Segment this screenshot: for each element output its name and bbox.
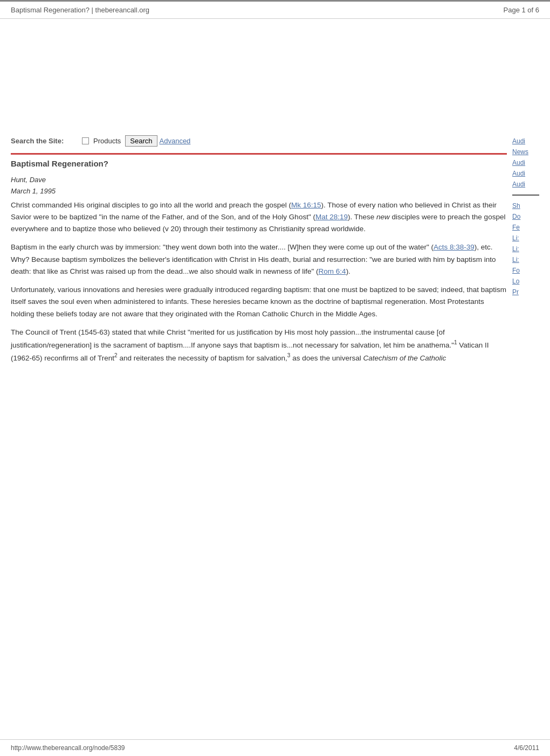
- page-header: Baptismal Regeneration? | thebereancall.…: [0, 2, 550, 19]
- sidebar-link-do[interactable]: Do: [512, 213, 538, 220]
- search-controls: Products Search Advanced: [82, 135, 190, 147]
- article-author: Hunt, Dave: [11, 176, 46, 184]
- link-rom-6-4[interactable]: Rom 6:4: [319, 267, 346, 275]
- search-section: Search the Site: Products Search Advance…: [11, 127, 507, 153]
- right-sidebar: Audi News Audi Audi Audi Sh Do Fe Li: Li…: [512, 127, 539, 371]
- products-checkbox[interactable]: [82, 137, 89, 144]
- article-title: Baptismal Regeneration?: [11, 159, 507, 168]
- link-mk-16-15[interactable]: Mk 16:15: [291, 201, 321, 209]
- page-title: Baptismal Regeneration? | thebereancall.…: [11, 6, 149, 14]
- article-body: Christ commanded His original disciples …: [11, 199, 507, 364]
- search-site-label: Search the Site:: [11, 137, 75, 145]
- top-spacer: [0, 19, 550, 127]
- page-info: Page 1 of 6: [504, 6, 540, 14]
- sidebar-divider-1: [512, 195, 539, 196]
- footer-url: http://www.thebereancall.org/node/5839: [11, 744, 125, 752]
- article-header: Baptismal Regeneration?: [11, 153, 507, 170]
- sidebar-link-news[interactable]: News: [512, 148, 538, 156]
- link-mat-28-19[interactable]: Mat 28:19: [315, 213, 348, 221]
- paragraph-1: Christ commanded His original disciples …: [11, 199, 507, 235]
- center-content: Search the Site: Products Search Advance…: [11, 127, 512, 371]
- paragraph-2: Baptism in the early church was by immer…: [11, 241, 507, 278]
- sidebar-link-sh[interactable]: Sh: [512, 202, 538, 210]
- sidebar-link-audio-2[interactable]: Audi: [512, 159, 538, 167]
- article-date: March 1, 1995: [11, 187, 56, 195]
- paragraph-3: Unfortunately, various innovations and h…: [11, 284, 507, 320]
- link-acts-8-38-39[interactable]: Acts 8:38-39: [434, 243, 475, 251]
- search-button[interactable]: Search: [125, 135, 157, 147]
- article-meta: Hunt, Dave March 1, 1995: [11, 175, 507, 197]
- sidebar-link-li-1[interactable]: Li:: [512, 234, 538, 242]
- sidebar-link-li-3[interactable]: Li:: [512, 256, 538, 263]
- sidebar-link-pr[interactable]: Pr: [512, 288, 538, 296]
- footnote-2: 2: [114, 352, 118, 358]
- footnote-1: 1: [454, 339, 457, 345]
- advanced-search-link[interactable]: Advanced: [160, 137, 191, 145]
- page-footer: http://www.thebereancall.org/node/5839 4…: [0, 739, 550, 756]
- sidebar-link-li-2[interactable]: Li:: [512, 245, 538, 253]
- paragraph-4: The Council of Trent (1545-63) stated th…: [11, 327, 507, 364]
- footer-date: 4/6/2011: [514, 744, 539, 752]
- sidebar-link-audio-4[interactable]: Audi: [512, 181, 538, 188]
- sidebar-link-audio-1[interactable]: Audi: [512, 137, 538, 145]
- sidebar-top-links: Audi News Audi Audi Audi: [512, 137, 539, 188]
- main-content: Search the Site: Products Search Advance…: [0, 127, 550, 371]
- sidebar-bottom-links: Sh Do Fe Li: Li: Li: Fo Lo Pr: [512, 202, 539, 296]
- products-label: Products: [93, 137, 121, 145]
- sidebar-link-fe[interactable]: Fe: [512, 224, 538, 231]
- footnote-3: 3: [287, 352, 291, 358]
- sidebar-link-fo[interactable]: Fo: [512, 267, 538, 274]
- sidebar-link-lo[interactable]: Lo: [512, 278, 538, 285]
- sidebar-link-audio-3[interactable]: Audi: [512, 170, 538, 177]
